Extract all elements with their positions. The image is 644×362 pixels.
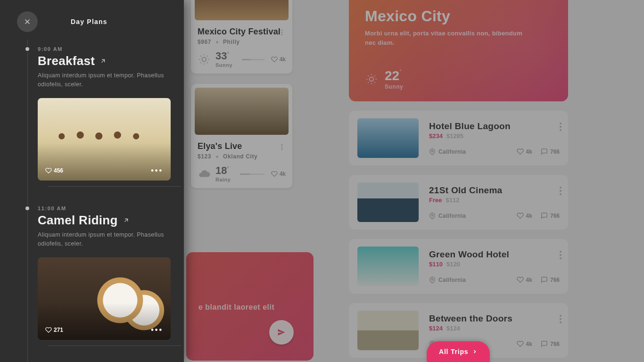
all-trips-button[interactable]: All Trips: [427, 341, 490, 362]
close-icon: [23, 17, 32, 26]
close-button[interactable]: [17, 11, 38, 32]
item-desc: Aliquam interdum ipsum et tempor. Phasel…: [38, 71, 165, 90]
item-title: Breakfast: [38, 54, 95, 68]
item-title-row[interactable]: Breakfast: [38, 54, 170, 68]
timeline-node-icon: [25, 206, 30, 211]
item-time: 11:00 AM: [38, 206, 170, 211]
photo-likes-count: 271: [54, 327, 63, 333]
photo-more-icon[interactable]: •••: [151, 326, 163, 334]
item-photo[interactable]: 456 •••: [38, 98, 171, 181]
timeline: 9:00 AM Breakfast Aliquam interdum ipsum…: [0, 40, 184, 362]
open-link-icon: [99, 58, 107, 65]
timeline-item: 11:00 AM Camel Riding Aliquam interdum i…: [27, 199, 170, 358]
day-plans-panel: Day Plans 9:00 AM Breakfast Aliquam inte…: [0, 0, 184, 362]
divider: [48, 346, 181, 346]
all-trips-label: All Trips: [439, 348, 468, 355]
open-link-icon: [123, 217, 130, 224]
item-time: 9:00 AM: [38, 46, 170, 52]
divider: [48, 186, 181, 187]
panel-title: Day Plans: [71, 18, 107, 25]
chevron-right-icon: [472, 349, 478, 354]
svg-line-15: [124, 219, 127, 222]
timeline-node-icon: [25, 46, 30, 52]
photo-likes[interactable]: 456: [45, 167, 63, 174]
photo-likes-count: 456: [54, 167, 63, 174]
item-desc: Aliquam interdum ipsum et tempor. Phasel…: [38, 230, 165, 249]
item-photo[interactable]: 271 •••: [38, 257, 171, 340]
photo-likes[interactable]: 271: [45, 327, 63, 333]
svg-line-14: [102, 59, 105, 62]
item-title: Camel Riding: [38, 213, 118, 228]
photo-more-icon[interactable]: •••: [151, 166, 163, 175]
item-title-row[interactable]: Camel Riding: [38, 213, 170, 228]
timeline-item: 9:00 AM Breakfast Aliquam interdum ipsum…: [27, 40, 170, 199]
